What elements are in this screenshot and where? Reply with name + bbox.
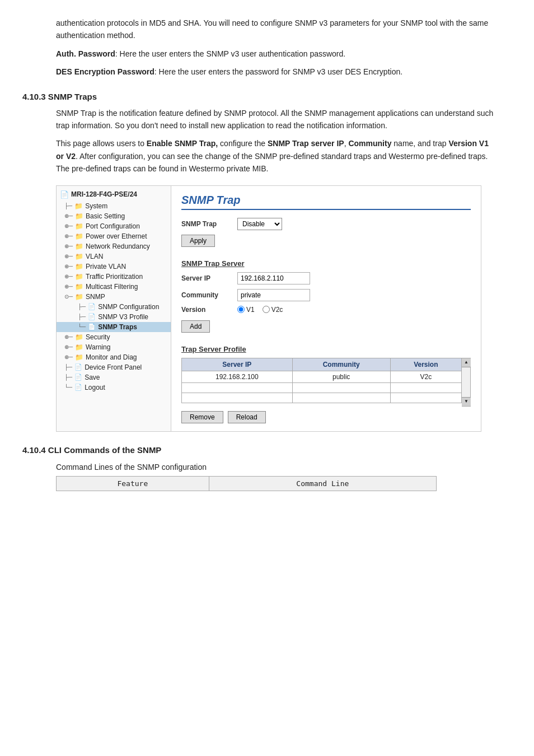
col-version: Version xyxy=(390,358,461,371)
sidebar-item-snmp-traps[interactable]: └─ 📄 SNMP Traps xyxy=(57,322,171,332)
version-row: Version V1 V2c xyxy=(181,306,471,314)
arrow-icon: ⊕─ xyxy=(64,253,73,259)
version-label: Version xyxy=(181,306,232,314)
sidebar-item-system[interactable]: ├─ 📁 System xyxy=(57,201,171,211)
server-ip-input[interactable] xyxy=(237,272,310,284)
folder-icon: 📁 xyxy=(75,232,83,240)
table-wrap: Server IP Community Version 192.168.2.10… xyxy=(181,358,471,407)
folder-icon: 📁 xyxy=(75,273,83,281)
arrow-icon: ⊙─ xyxy=(64,293,73,300)
arrow-icon: └─ xyxy=(64,384,72,390)
ui-container: 📄 MRI-128-F4G-PSE/24 ├─ 📁 System ⊕─ 📁 Ba… xyxy=(56,185,481,432)
section-4103-heading: 4.10.3 SNMP Traps xyxy=(22,92,512,101)
community-label: Community xyxy=(181,291,232,299)
doc-icon: 📄 xyxy=(74,374,82,381)
section-4104-heading: 4.10.4 CLI Commands of the SNMP xyxy=(22,445,512,455)
table-scrollbar: ▲ ▼ xyxy=(462,358,471,407)
sidebar-item-snmp-v3-profile[interactable]: ├─ 📄 SNMP V3 Profile xyxy=(57,312,171,322)
cli-subtitle: Command Lines of the SNMP configuration xyxy=(56,463,512,472)
sidebar-item-snmp[interactable]: ⊙─ 📁 SNMP xyxy=(57,292,171,302)
cli-col-feature: Feature xyxy=(57,476,209,491)
sidebar-item-snmp-configuration[interactable]: ├─ 📄 SNMP Configuration xyxy=(57,302,171,312)
arrow-icon: ⊕─ xyxy=(64,213,73,219)
sidebar-item-device-front-panel[interactable]: ├─ 📄 Device Front Panel xyxy=(57,362,171,372)
scroll-down-button[interactable]: ▼ xyxy=(462,397,471,406)
arrow-icon: ⊕─ xyxy=(64,344,73,350)
arrow-icon: ├─ xyxy=(64,364,72,370)
sidebar-item-security[interactable]: ⊕─ 📁 Security xyxy=(57,332,171,342)
intro-para1: authentication protocols in MD5 and SHA.… xyxy=(56,17,495,42)
arrow-icon: ├─ xyxy=(64,203,72,209)
folder-icon: 📁 xyxy=(75,212,83,220)
folder-icon: 📁 xyxy=(74,202,83,210)
sidebar-item-vlan[interactable]: ⊕─ 📁 VLAN xyxy=(57,251,171,262)
scroll-down-icon: ▼ xyxy=(464,399,469,404)
doc-icon: 📄 xyxy=(74,363,82,371)
sidebar-item-private-vlan[interactable]: ⊕─ 📁 Private VLAN xyxy=(57,262,171,272)
sidebar-item-save[interactable]: ├─ 📄 Save xyxy=(57,372,171,382)
arrow-icon: ⊕─ xyxy=(64,223,73,229)
snmp-trap-label: SNMP Trap xyxy=(181,220,232,228)
bottom-buttons: Remove Reload xyxy=(181,411,471,423)
cell-version: V2c xyxy=(390,371,461,382)
arrow-icon: ⊕─ xyxy=(64,283,73,290)
version-v1-label[interactable]: V1 xyxy=(237,306,255,314)
arrow-icon: └─ xyxy=(78,324,86,330)
sidebar-item-logout[interactable]: └─ 📄 Logout xyxy=(57,382,171,393)
folder-icon: 📁 xyxy=(75,242,83,250)
main-content: SNMP Trap SNMP Trap Disable Enable Apply… xyxy=(171,186,481,431)
sidebar: 📄 MRI-128-F4G-PSE/24 ├─ 📁 System ⊕─ 📁 Ba… xyxy=(57,186,171,431)
arrow-icon: ├─ xyxy=(64,374,72,380)
folder-icon: 📁 xyxy=(75,353,83,361)
cli-section: Command Lines of the SNMP configuration … xyxy=(56,463,512,491)
col-server-ip: Server IP xyxy=(182,358,293,371)
cli-table: Feature Command Line xyxy=(56,476,437,491)
section-4103-para2: This page allows users to Enable SNMP Tr… xyxy=(56,137,495,175)
doc-icon: 📄 xyxy=(88,303,96,310)
scroll-up-button[interactable]: ▲ xyxy=(462,358,471,367)
sidebar-item-network-redundancy[interactable]: ⊕─ 📁 Network Redundancy xyxy=(57,241,171,251)
arrow-icon: ⊕─ xyxy=(64,273,73,279)
arrow-icon: ⊕─ xyxy=(64,334,73,340)
cell-community: public xyxy=(292,371,390,382)
folder-icon: 📁 xyxy=(75,222,83,230)
server-ip-row: Server IP xyxy=(181,272,471,284)
apply-button[interactable]: Apply xyxy=(181,235,215,247)
folder-icon: 📁 xyxy=(75,333,83,341)
sidebar-title: 📄 MRI-128-F4G-PSE/24 xyxy=(57,188,171,201)
server-ip-label: Server IP xyxy=(181,274,232,282)
version-v2c-radio[interactable] xyxy=(263,306,270,313)
community-input[interactable] xyxy=(237,289,310,301)
folder-icon: 📄 xyxy=(60,190,69,199)
snmp-trap-select[interactable]: Disable Enable xyxy=(237,218,282,230)
version-v1-radio[interactable] xyxy=(237,306,245,313)
arrow-icon: ⊕─ xyxy=(64,233,73,239)
sidebar-item-port-configuration[interactable]: ⊕─ 📁 Port Configuration xyxy=(57,221,171,231)
remove-button[interactable]: Remove xyxy=(181,411,223,423)
doc-icon: 📄 xyxy=(74,384,82,391)
folder-icon: 📁 xyxy=(75,253,83,260)
snmp-trap-row: SNMP Trap Disable Enable xyxy=(181,218,471,230)
scroll-up-icon: ▲ xyxy=(464,360,469,365)
sidebar-item-warning[interactable]: ⊕─ 📁 Warning xyxy=(57,342,171,352)
arrow-icon: ├─ xyxy=(78,304,86,310)
snmp-trap-title: SNMP Trap xyxy=(181,194,471,210)
sidebar-item-monitor-diag[interactable]: ⊕─ 📁 Monitor and Diag xyxy=(57,352,171,362)
sidebar-item-traffic-prioritization[interactable]: ⊕─ 📁 Traffic Prioritization xyxy=(57,272,171,282)
col-community: Community xyxy=(292,358,390,371)
arrow-icon: ⊕─ xyxy=(64,263,73,269)
trap-server-table: Server IP Community Version 192.168.2.10… xyxy=(181,358,462,403)
sidebar-item-basic-setting[interactable]: ⊕─ 📁 Basic Setting xyxy=(57,211,171,221)
cli-col-command: Command Line xyxy=(209,476,436,491)
version-radio-group: V1 V2c xyxy=(237,306,283,314)
reload-button[interactable]: Reload xyxy=(228,411,266,423)
version-v2c-label[interactable]: V2c xyxy=(263,306,283,314)
sidebar-item-poe[interactable]: ⊕─ 📁 Power over Ethernet xyxy=(57,231,171,241)
snmp-trap-server-title: SNMP Trap Server xyxy=(181,259,471,268)
doc-icon: 📄 xyxy=(88,323,96,330)
add-button[interactable]: Add xyxy=(181,320,210,333)
folder-icon: 📁 xyxy=(75,283,83,291)
table-row-empty2 xyxy=(182,393,462,403)
sidebar-item-multicast-filtering[interactable]: ⊕─ 📁 Multicast Filtering xyxy=(57,282,171,292)
arrow-icon: ⊕─ xyxy=(64,354,73,360)
